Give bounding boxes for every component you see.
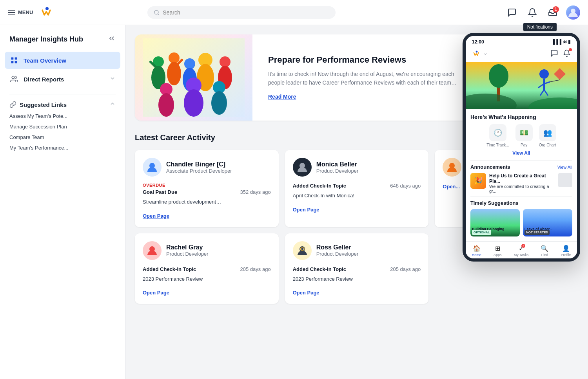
activity-card-0: Chandler Binger [C] Associate Product De… xyxy=(135,150,279,227)
card-role-1: Product Developer xyxy=(316,168,359,174)
svg-point-34 xyxy=(303,248,304,249)
card-header-1: Monica Beller Product Developer xyxy=(293,158,421,177)
overdue-badge-0: OVERDUE xyxy=(143,183,271,188)
phone-nav-apps[interactable]: ⊞ Apps xyxy=(494,245,502,257)
phone-chevron-icon xyxy=(483,52,488,56)
phone-bottom-navigation: 🏠 Home ⊞ Apps ✓ ! My Tasks 🔍 Find xyxy=(466,241,577,258)
svg-point-25 xyxy=(211,91,227,115)
card-role-4: Product Developer xyxy=(316,251,359,257)
phone-bell-badge xyxy=(569,48,572,51)
phone-nav-find[interactable]: 🔍 Find xyxy=(541,245,548,257)
phone-header-icons xyxy=(550,49,571,59)
announcement-item-0: 🎉 Help Us to Create a Great Pla... We ar… xyxy=(470,173,572,193)
banner-illustration xyxy=(135,34,252,121)
grid-icon xyxy=(9,56,19,65)
svg-point-21 xyxy=(184,89,203,117)
sub-link-2[interactable]: Compare Team xyxy=(9,134,116,140)
svg-point-13 xyxy=(167,62,181,85)
phone-hero-image xyxy=(466,62,577,109)
phone-status-bar: 12:00 ▐▐▐ ≋ ▮ xyxy=(466,36,577,46)
open-page-link-0[interactable]: Open Page xyxy=(143,213,169,219)
phone-time: 12:00 xyxy=(472,39,484,45)
phone-nav-home[interactable]: 🏠 Home xyxy=(472,245,481,257)
open-page-link-3[interactable]: Open Page xyxy=(143,290,169,296)
svg-point-12 xyxy=(169,52,180,63)
phone-time-track[interactable]: 🕐 Time Track... xyxy=(486,124,509,147)
phone-pay[interactable]: 💵 Pay xyxy=(515,124,533,147)
phone-logo xyxy=(472,49,488,59)
phone-content: Here's What's Happening 🕐 Time Track... … xyxy=(466,109,577,241)
chevron-up-icon[interactable] xyxy=(109,101,116,108)
direct-reports-label: Direct Reports xyxy=(24,76,64,83)
activity-card-3: Rachel Gray Product Developer Added Chec… xyxy=(135,233,279,304)
search-icon xyxy=(154,9,160,16)
phone-quick-icons: 🕐 Time Track... 💵 Pay 👥 Org Chart xyxy=(470,124,572,147)
announcement-thumbnail xyxy=(558,173,572,187)
nav-icons-group: 1 xyxy=(505,5,580,20)
announcement-desc: We are committed to creating a gr... xyxy=(489,184,555,193)
card-header-0: Chandler Binger [C] Associate Product De… xyxy=(143,158,271,177)
phone-nav-profile-label: Profile xyxy=(561,253,571,257)
sidebar-collapse-button[interactable] xyxy=(108,34,116,44)
card-header-4: Ross Geller Product Developer xyxy=(293,241,421,260)
open-page-link-2[interactable]: Open... xyxy=(443,184,460,190)
hamburger-icon xyxy=(8,10,15,15)
workday-logo[interactable] xyxy=(39,5,55,20)
sidebar-divider xyxy=(9,94,116,94)
user-avatar[interactable] xyxy=(566,5,580,20)
read-more-link[interactable]: Read More xyxy=(268,94,296,100)
main-layout: Manager Insights Hub Team Overview xyxy=(0,25,588,379)
phone-org-chart[interactable]: 👥 Org Chart xyxy=(539,124,556,147)
phone-nav-profile[interactable]: 👤 Profile xyxy=(561,245,571,257)
svg-point-37 xyxy=(476,51,478,53)
notifications-icon-button[interactable] xyxy=(525,5,539,20)
phone-nav-tasks[interactable]: ✓ ! My Tasks xyxy=(514,245,528,257)
activity-card-1: Monica Beller Product Developer Added Ch… xyxy=(285,150,429,227)
card-avatar-4 xyxy=(293,241,312,260)
card-days-1: 648 days ago xyxy=(390,183,421,189)
home-icon: 🏠 xyxy=(473,245,481,252)
bell-icon xyxy=(528,8,537,17)
card-days-4: 205 days ago xyxy=(390,266,421,272)
search-input[interactable] xyxy=(163,9,329,16)
card-activity-row-4: Added Check-In Topic 205 days ago xyxy=(293,266,421,272)
timely-card-0[interactable]: Building Belonging OPTIONAL xyxy=(470,209,520,236)
svg-point-1 xyxy=(45,7,49,10)
sidebar-item-direct-reports[interactable]: Direct Reports xyxy=(5,70,120,88)
pay-icon-box: 💵 xyxy=(515,124,533,141)
card-avatar-2 xyxy=(443,158,461,177)
svg-point-2 xyxy=(154,10,158,14)
messages-icon-button[interactable]: 1 xyxy=(546,5,560,20)
sub-link-1[interactable]: Manage Succession Plan xyxy=(9,124,116,130)
svg-point-40 xyxy=(489,64,508,88)
card-desc-0: Streamline product development… xyxy=(143,198,271,206)
view-all-link[interactable]: View All xyxy=(470,150,572,156)
search-container[interactable] xyxy=(147,6,336,19)
phone-chat-icon[interactable] xyxy=(550,49,558,57)
svg-point-33 xyxy=(300,248,301,249)
card-avatar-0 xyxy=(143,158,162,177)
announcements-view-all[interactable]: View All xyxy=(557,165,572,170)
org-chart-label: Org Chart xyxy=(539,143,556,147)
people-illustration xyxy=(143,38,245,117)
svg-rect-7 xyxy=(15,61,17,63)
timely-suggestions: Timely Suggestions Building Belonging OP… xyxy=(470,200,572,236)
menu-button[interactable]: MENU xyxy=(8,9,33,15)
open-page-link-4[interactable]: Open Page xyxy=(293,290,319,296)
svg-point-14 xyxy=(184,58,195,69)
sub-link-3[interactable]: My Team's Performance... xyxy=(9,145,116,151)
inbox-badge: 1 xyxy=(553,6,559,13)
chat-icon-button[interactable] xyxy=(505,5,519,20)
card-avatar-1 xyxy=(293,158,312,177)
timely-card-1[interactable]: Leave of Abser... NOT STARTED xyxy=(523,209,572,236)
sub-link-0[interactable]: Assess My Team's Pote... xyxy=(9,113,116,119)
team-overview-label: Team Overview xyxy=(24,57,66,64)
announcements-title: Announcements xyxy=(470,164,510,170)
sidebar-item-team-overview[interactable]: Team Overview xyxy=(5,52,120,69)
org-chart-icon-box: 👥 xyxy=(539,124,556,141)
notifications-tooltip: Notifications xyxy=(523,23,557,31)
find-icon: 🔍 xyxy=(541,245,548,252)
suggested-links-list: Assess My Team's Pote... Manage Successi… xyxy=(0,113,125,151)
open-page-link-1[interactable]: Open Page xyxy=(293,207,319,213)
pay-label: Pay xyxy=(521,143,527,147)
